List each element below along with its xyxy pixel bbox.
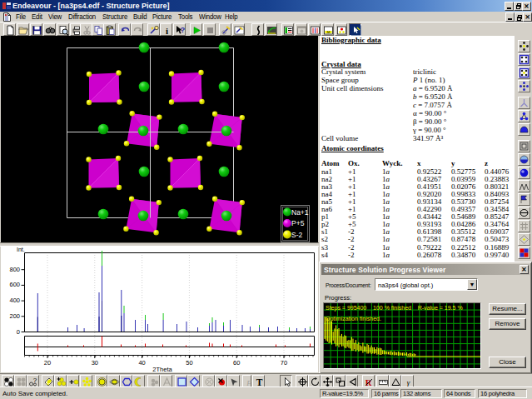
svg-text:50: 50: [186, 359, 192, 367]
svg-text:20: 20: [44, 359, 51, 367]
svg-text:70: 70: [281, 359, 287, 367]
svg-text:i: i: [166, 26, 168, 36]
svg-text:?: ?: [33, 377, 37, 384]
svg-text:P+5: P+5: [291, 219, 305, 227]
svg-text:400: 400: [9, 297, 20, 304]
svg-text:800: 800: [9, 266, 20, 273]
svg-text:600: 600: [9, 281, 20, 288]
svg-text:?: ?: [181, 25, 186, 34]
svg-text:Na+1: Na+1: [291, 208, 309, 217]
svg-text:M: M: [327, 30, 330, 34]
svg-text:60: 60: [233, 359, 240, 367]
svg-text:200: 200: [9, 312, 20, 320]
svg-text:γ: γ: [407, 378, 410, 387]
svg-text:S-2: S-2: [291, 231, 303, 239]
svg-text:F: F: [246, 379, 251, 387]
svg-text:Optimization finished.: Optimization finished.: [326, 316, 381, 322]
svg-text:Int.: Int.: [17, 247, 25, 252]
svg-text:0: 0: [17, 328, 20, 336]
svg-text:40: 40: [138, 359, 145, 367]
svg-text:2Theta: 2Theta: [152, 366, 172, 372]
svg-text:Steps = 995400 100 % finish: Steps = 995400 100 % finished R-value = …: [326, 305, 463, 312]
svg-text:30: 30: [92, 359, 98, 367]
